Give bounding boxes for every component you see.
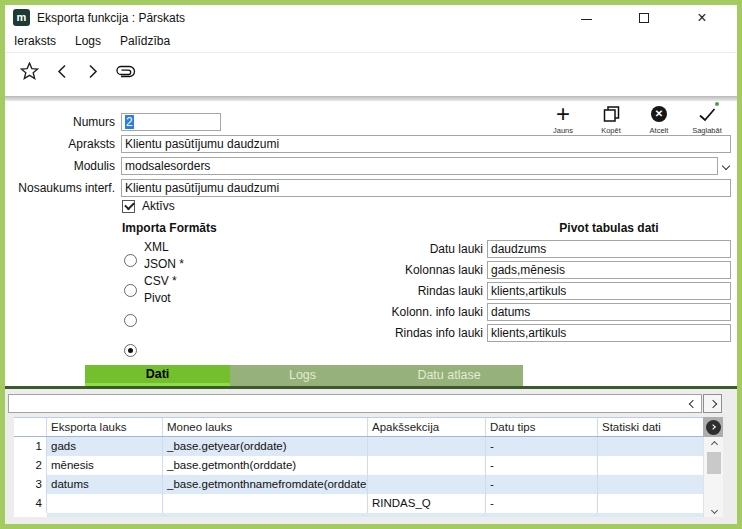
table-row: 4 RINDAS_Q - bbox=[14, 494, 703, 513]
col-eksporta-lauks[interactable]: Eksporta lauks bbox=[47, 418, 163, 436]
apraksts-label: Apraksts bbox=[10, 136, 115, 152]
cell-tips[interactable]: - bbox=[486, 494, 598, 513]
radio-pivot[interactable] bbox=[124, 344, 137, 357]
rindas-info-lauki-input[interactable]: klients,artikuls bbox=[487, 324, 731, 342]
save-button-label: Saglabāt bbox=[692, 126, 722, 135]
cell-apaks[interactable] bbox=[368, 475, 486, 494]
cell-eksporta[interactable] bbox=[47, 494, 163, 513]
numurs-selected-text: 2 bbox=[125, 115, 134, 129]
minimize-button[interactable] bbox=[557, 5, 615, 30]
close-button[interactable]: × bbox=[673, 5, 731, 30]
col-moneo-lauks[interactable]: Moneo lauks bbox=[163, 418, 368, 436]
radio-xml[interactable] bbox=[124, 254, 137, 267]
datu-lauki-input[interactable]: daudzums bbox=[487, 240, 731, 258]
plus-icon: + bbox=[556, 104, 570, 124]
pivot-heading: Pivot tabulas dati bbox=[487, 221, 731, 235]
tab-logs[interactable]: Logs bbox=[230, 365, 375, 386]
cell-tips[interactable]: - bbox=[486, 456, 598, 475]
scroll-up-button[interactable] bbox=[704, 437, 724, 451]
rownum-header bbox=[14, 418, 47, 436]
modulis-input[interactable]: modsalesorders bbox=[121, 157, 718, 175]
table-row: 3 datums _base.getmonthnamefromdate(ordd… bbox=[14, 475, 703, 494]
toolbar: + Jauns Kopēt ✕ Atcelt bbox=[5, 52, 737, 96]
numurs-input[interactable]: 2 bbox=[121, 113, 221, 131]
partial-next-row bbox=[14, 513, 703, 517]
app-icon: m bbox=[13, 9, 30, 26]
cell-eksporta[interactable]: gads bbox=[47, 437, 163, 456]
cell-tips[interactable]: - bbox=[486, 437, 598, 456]
table-row: 1 gads _base.getyear(orddate) - bbox=[14, 437, 703, 456]
filter-input[interactable] bbox=[9, 395, 684, 412]
row-number: 4 bbox=[14, 494, 47, 513]
row-number: 3 bbox=[14, 475, 47, 494]
menu-ieraksts[interactable]: Ieraksts bbox=[14, 34, 56, 48]
cell-moneo[interactable]: _base.getyear(orddate) bbox=[163, 437, 368, 456]
copy-icon bbox=[603, 105, 620, 123]
radio-json[interactable] bbox=[124, 284, 137, 297]
rindas-lauki-input[interactable]: klients,artikuls bbox=[487, 282, 731, 300]
maximize-button[interactable] bbox=[615, 5, 673, 30]
cell-eksporta[interactable]: mēnesis bbox=[47, 456, 163, 475]
maximize-icon bbox=[639, 13, 649, 23]
attachment-button[interactable] bbox=[113, 64, 137, 79]
col-statiski-dati[interactable]: Statiski dati bbox=[598, 418, 703, 436]
scrollbar-thumb[interactable] bbox=[707, 452, 721, 474]
rindas-info-lauki-label: Rindas info lauki bbox=[373, 325, 483, 341]
cell-tips[interactable]: - bbox=[486, 475, 598, 494]
export-fields-table: Eksporta lauks Moneo lauks Apakšsekcija … bbox=[14, 417, 703, 513]
titlebar: m Eksporta funkcija : Pārskats × bbox=[5, 5, 737, 30]
cell-statiski[interactable] bbox=[598, 494, 703, 513]
kolonn-info-lauki-input[interactable]: datums bbox=[487, 303, 731, 321]
cell-apaks[interactable]: RINDAS_Q bbox=[368, 494, 486, 513]
menu-palidziba[interactable]: Palīdzība bbox=[120, 34, 170, 48]
radio-xml-label: XML bbox=[144, 240, 169, 255]
cell-statiski[interactable] bbox=[598, 456, 703, 475]
nosaukums-input[interactable]: Klientu pasūtījumu daudzumi bbox=[121, 179, 731, 197]
aktivs-label: Aktīvs bbox=[142, 199, 175, 214]
col-apakssekcija[interactable]: Apakšsekcija bbox=[368, 418, 486, 436]
radio-csv[interactable] bbox=[124, 314, 137, 327]
cell-apaks[interactable] bbox=[368, 456, 486, 475]
datu-lauki-label: Datu lauki bbox=[373, 241, 483, 257]
cell-apaks[interactable] bbox=[368, 437, 486, 456]
table-go-button[interactable] bbox=[703, 417, 723, 437]
tab-datu-atlase[interactable]: Datu atlase bbox=[375, 365, 523, 386]
cell-statiski[interactable] bbox=[598, 475, 703, 494]
filter-next-button[interactable] bbox=[703, 394, 722, 413]
tab-bar: Dati Logs Datu atlase bbox=[85, 365, 523, 386]
col-datu-tips[interactable]: Datu tips bbox=[486, 418, 598, 436]
chevron-left-icon bbox=[57, 64, 67, 79]
back-button[interactable] bbox=[55, 63, 69, 79]
tab-dati[interactable]: Dati bbox=[85, 365, 230, 386]
menu-logs[interactable]: Logs bbox=[75, 34, 101, 48]
copy-button-label: Kopēt bbox=[601, 126, 621, 135]
cancel-icon: ✕ bbox=[651, 106, 667, 122]
filter-prev-button[interactable] bbox=[684, 395, 701, 412]
numurs-label: Numurs bbox=[10, 114, 115, 130]
apraksts-input[interactable]: Klientu pasūtījumu daudzumi bbox=[121, 135, 731, 153]
aktivs-checkbox[interactable] bbox=[122, 200, 135, 213]
chevron-right-icon bbox=[88, 64, 98, 79]
radio-csv-label: CSV * bbox=[144, 274, 177, 289]
close-icon: × bbox=[697, 9, 706, 27]
scroll-down-button[interactable] bbox=[704, 503, 724, 517]
favorite-button[interactable] bbox=[19, 61, 39, 81]
window-controls: × bbox=[557, 5, 731, 30]
toolbar-divider bbox=[5, 96, 737, 101]
cell-moneo[interactable]: _base.getmonth(orddate) bbox=[163, 456, 368, 475]
row-number: 2 bbox=[14, 456, 47, 475]
cell-moneo[interactable] bbox=[163, 494, 368, 513]
cell-moneo[interactable]: _base.getmonthnamefromdate(orddate) bbox=[163, 475, 368, 494]
new-button-label: Jauns bbox=[553, 126, 573, 135]
minimize-icon bbox=[581, 19, 592, 20]
modulis-dropdown-icon[interactable] bbox=[722, 162, 730, 170]
vertical-scrollbar[interactable] bbox=[703, 437, 723, 517]
paperclip-icon bbox=[114, 65, 137, 78]
kolonnas-lauki-input[interactable]: gads,mēnesis bbox=[487, 261, 731, 279]
cell-statiski[interactable] bbox=[598, 437, 703, 456]
kolonn-info-lauki-label: Kolonn. info lauki bbox=[373, 304, 483, 320]
forward-button[interactable] bbox=[86, 63, 100, 79]
chevron-right-icon bbox=[708, 399, 716, 407]
row-number: 1 bbox=[14, 437, 47, 456]
cell-eksporta[interactable]: datums bbox=[47, 475, 163, 494]
